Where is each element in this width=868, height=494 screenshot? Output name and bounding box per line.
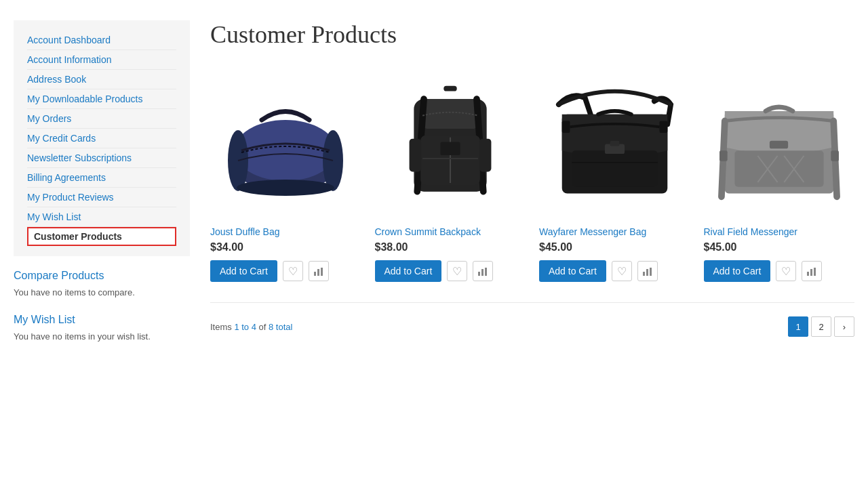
svg-rect-35 xyxy=(719,150,728,161)
wishlist-title: My Wish List xyxy=(14,314,190,326)
svg-rect-23 xyxy=(561,121,570,133)
product-name-rival-field[interactable]: Rival Field Messenger xyxy=(704,226,855,237)
wishlist-section: My Wish List You have no items in your w… xyxy=(14,314,190,342)
wishlist-icon-crown-summit[interactable]: ♡ xyxy=(447,261,467,281)
svg-rect-29 xyxy=(770,140,788,148)
svg-rect-22 xyxy=(610,140,619,146)
sidebar-link-newsletter-subscriptions[interactable]: Newsletter Subscriptions xyxy=(27,152,132,163)
sidebar: Account Dashboard Account Information Ad… xyxy=(14,20,190,345)
sidebar-link-my-orders[interactable]: My Orders xyxy=(27,113,71,124)
svg-rect-7 xyxy=(321,268,323,276)
sidebar-item-billing-agreements[interactable]: Billing Agreements xyxy=(27,168,176,188)
compare-products-title: Compare Products xyxy=(14,270,190,282)
product-image-crown-summit[interactable] xyxy=(375,69,526,218)
svg-rect-26 xyxy=(646,269,648,276)
product-grid: Joust Duffle Bag $34.00 Add to Cart ♡ xyxy=(210,69,854,282)
page-title: Customer Products xyxy=(210,20,854,49)
compare-icon-joust-duffle[interactable] xyxy=(309,261,329,281)
pagination-range: 1 to 4 xyxy=(234,322,256,332)
product-name-wayfarer-messenger[interactable]: Wayfarer Messenger Bag xyxy=(539,226,690,237)
sidebar-link-address-book[interactable]: Address Book xyxy=(27,74,86,85)
sidebar-link-billing-agreements[interactable]: Billing Agreements xyxy=(27,172,106,183)
product-price-crown-summit: $38.00 xyxy=(375,241,526,253)
svg-rect-36 xyxy=(831,150,839,161)
compare-icon-rival-field[interactable] xyxy=(802,261,822,281)
wishlist-icon-wayfarer-messenger[interactable]: ♡ xyxy=(612,261,632,281)
sidebar-navigation: Account Dashboard Account Information Ad… xyxy=(27,30,176,246)
page-button-2[interactable]: 2 xyxy=(811,316,831,337)
product-name-crown-summit[interactable]: Crown Summit Backpack xyxy=(375,226,526,237)
add-to-cart-joust-duffle[interactable]: Add to Cart xyxy=(210,260,277,282)
sidebar-item-my-product-reviews[interactable]: My Product Reviews xyxy=(27,188,176,207)
sidebar-link-my-product-reviews[interactable]: My Product Reviews xyxy=(27,192,114,203)
rival-field-image xyxy=(718,85,840,203)
sidebar-link-my-credit-cards[interactable]: My Credit Cards xyxy=(27,133,96,144)
product-price-joust-duffle: $34.00 xyxy=(210,241,361,253)
svg-rect-30 xyxy=(734,150,823,186)
page-wrapper: Account Dashboard Account Information Ad… xyxy=(0,0,868,365)
product-actions-joust-duffle: Add to Cart ♡ xyxy=(210,260,361,282)
compare-products-section: Compare Products You have no items to co… xyxy=(14,270,190,297)
add-to-cart-wayfarer-messenger[interactable]: Add to Cart xyxy=(539,260,606,282)
sidebar-item-account-dashboard[interactable]: Account Dashboard xyxy=(27,30,176,50)
svg-rect-24 xyxy=(659,121,667,133)
svg-rect-39 xyxy=(814,268,816,276)
product-item-crown-summit: Crown Summit Backpack $38.00 Add to Cart… xyxy=(375,69,526,282)
svg-rect-27 xyxy=(650,268,652,276)
pagination-wrapper: Items 1 to 4 of 8 total 1 2 › xyxy=(210,302,854,337)
product-price-wayfarer-messenger: $45.00 xyxy=(539,241,690,253)
main-content: Customer Products xyxy=(210,20,854,345)
svg-rect-15 xyxy=(440,142,460,155)
pagination-total: 8 total xyxy=(269,322,292,332)
sidebar-link-customer-products[interactable]: Customer Products xyxy=(34,231,122,242)
bar-chart-icon xyxy=(807,266,816,276)
sidebar-item-my-credit-cards[interactable]: My Credit Cards xyxy=(27,129,176,148)
svg-rect-17 xyxy=(481,269,484,276)
svg-rect-5 xyxy=(314,272,316,276)
wishlist-empty: You have no items in your wish list. xyxy=(14,331,190,342)
crown-summit-image xyxy=(396,79,505,208)
sidebar-item-newsletter-subscriptions[interactable]: Newsletter Subscriptions xyxy=(27,148,176,168)
bar-chart-icon xyxy=(643,266,652,276)
product-item-rival-field: Rival Field Messenger $45.00 Add to Cart… xyxy=(704,69,855,282)
page-button-1[interactable]: 1 xyxy=(788,316,808,337)
svg-rect-6 xyxy=(317,269,319,276)
product-image-joust-duffle[interactable] xyxy=(210,69,361,218)
bar-chart-icon xyxy=(314,266,323,276)
sidebar-item-customer-products[interactable]: Customer Products xyxy=(27,227,176,246)
bar-chart-icon xyxy=(478,266,488,276)
product-item-wayfarer-messenger: Wayfarer Messenger Bag $45.00 Add to Car… xyxy=(539,69,690,282)
product-actions-rival-field: Add to Cart ♡ xyxy=(704,260,855,282)
sidebar-item-address-book[interactable]: Address Book xyxy=(27,70,176,89)
wishlist-icon-joust-duffle[interactable]: ♡ xyxy=(283,261,303,281)
sidebar-item-my-orders[interactable]: My Orders xyxy=(27,109,176,129)
pagination-info: Items 1 to 4 of 8 total xyxy=(210,322,292,332)
product-name-joust-duffle[interactable]: Joust Duffle Bag xyxy=(210,226,361,237)
compare-icon-wayfarer-messenger[interactable] xyxy=(637,261,658,281)
add-to-cart-crown-summit[interactable]: Add to Cart xyxy=(375,260,442,282)
sidebar-item-account-information[interactable]: Account Information xyxy=(27,50,176,70)
svg-point-1 xyxy=(235,120,336,181)
svg-rect-16 xyxy=(478,272,480,276)
add-to-cart-rival-field[interactable]: Add to Cart xyxy=(704,260,771,282)
svg-rect-18 xyxy=(485,268,487,276)
sidebar-item-my-downloadable-products[interactable]: My Downloadable Products xyxy=(27,89,176,109)
svg-rect-37 xyxy=(807,272,809,276)
product-image-rival-field[interactable] xyxy=(704,69,855,218)
svg-rect-13 xyxy=(409,139,421,172)
svg-point-4 xyxy=(237,180,334,196)
product-price-rival-field: $45.00 xyxy=(704,241,855,253)
svg-rect-20 xyxy=(572,150,657,186)
compare-icon-crown-summit[interactable] xyxy=(473,261,493,281)
compare-products-empty: You have no items to compare. xyxy=(14,287,190,297)
sidebar-link-my-downloadable-products[interactable]: My Downloadable Products xyxy=(27,94,142,104)
page-button-next[interactable]: › xyxy=(834,316,854,337)
wishlist-icon-rival-field[interactable]: ♡ xyxy=(776,261,796,281)
sidebar-link-my-wish-list[interactable]: My Wish List xyxy=(27,211,81,222)
wayfarer-image xyxy=(552,85,677,203)
pagination-pages: 1 2 › xyxy=(788,316,854,337)
sidebar-link-account-dashboard[interactable]: Account Dashboard xyxy=(27,35,111,45)
sidebar-link-account-information[interactable]: Account Information xyxy=(27,54,112,65)
sidebar-item-my-wish-list[interactable]: My Wish List xyxy=(27,207,176,227)
product-image-wayfarer-messenger[interactable] xyxy=(539,69,690,218)
